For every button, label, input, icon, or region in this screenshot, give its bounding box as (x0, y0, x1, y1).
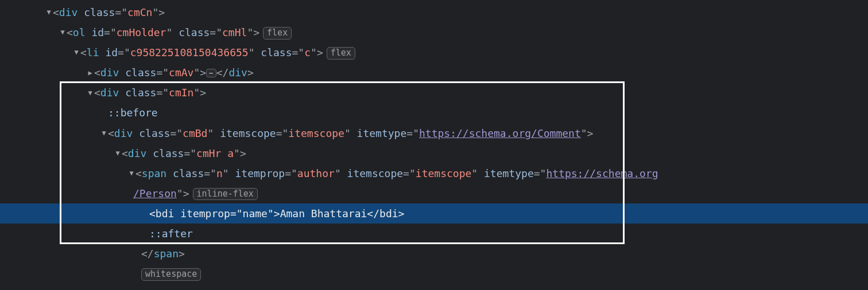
text-author-name: Aman Bhattarai (280, 207, 367, 220)
disclosure-triangle-icon[interactable] (100, 127, 108, 140)
whitespace-node[interactable]: whitespace (0, 264, 868, 284)
dom-node-span-n[interactable]: <span class="n" itemprop="author" itemsc… (0, 163, 868, 183)
dom-node-div-cmAv[interactable]: <div class="cmAv">⋯</div> (0, 62, 868, 83)
dom-node-div-cmCn[interactable]: <div class="cmCn"> (0, 2, 868, 22)
whitespace-badge[interactable]: whitespace (141, 268, 201, 281)
disclosure-triangle-icon[interactable] (59, 26, 67, 39)
disclosure-triangle-icon[interactable] (86, 66, 94, 80)
layout-badge-flex[interactable]: flex (327, 47, 355, 60)
disclosure-triangle-icon[interactable] (86, 87, 94, 100)
dom-node-li[interactable]: <li id="c958225108150436655" class="c">f… (0, 42, 868, 62)
disclosure-triangle-icon[interactable] (45, 6, 53, 19)
dom-node-div-cmIn[interactable]: <div class="cmIn"> (0, 83, 868, 103)
pseudo-after[interactable]: ::after (0, 224, 868, 244)
disclosure-triangle-icon[interactable] (127, 167, 135, 180)
ellipsis-icon[interactable]: ⋯ (206, 69, 216, 77)
disclosure-triangle-icon[interactable] (114, 147, 122, 160)
pseudo-before[interactable]: ::before (0, 103, 868, 123)
dom-node-span-n-wrap[interactable]: /Person">inline-flex (0, 183, 868, 203)
dom-tree-pane[interactable]: <div class="cmCn"> <ol id="cmHolder" cla… (0, 0, 868, 284)
dom-node-div-cmHr[interactable]: <div class="cmHr a"> (0, 143, 868, 163)
dom-node-div-cmBd[interactable]: <div class="cmBd" itemscope="itemscope" … (0, 123, 868, 143)
dom-node-bdi-selected[interactable]: <bdi itemprop="name">Aman Bhattarai</bdi… (0, 203, 868, 224)
dom-node-span-close[interactable]: </span> (0, 244, 868, 264)
layout-badge-inline-flex[interactable]: inline-flex (193, 188, 258, 201)
disclosure-triangle-icon[interactable] (72, 46, 80, 59)
dom-node-ol-cmHolder[interactable]: <ol id="cmHolder" class="cmHl">flex (0, 22, 868, 42)
layout-badge-flex[interactable]: flex (263, 27, 292, 40)
